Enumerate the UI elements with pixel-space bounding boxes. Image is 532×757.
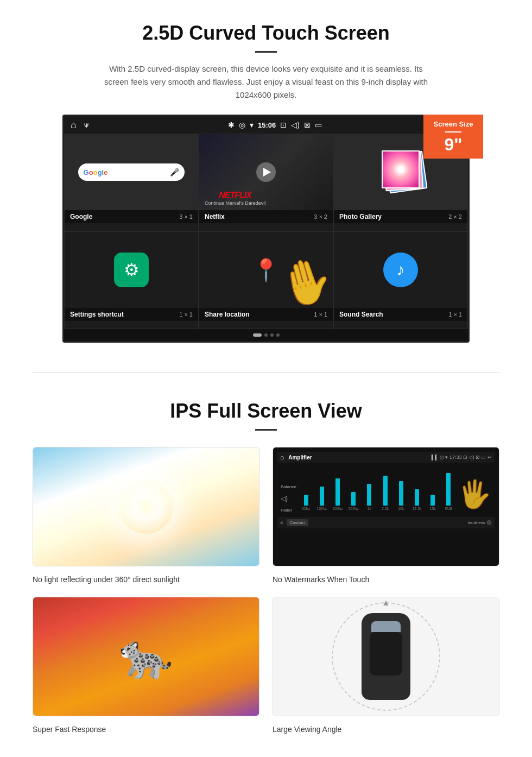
app-cell-settings[interactable]: ⚙ Settings shortcut 1 × 1 bbox=[64, 231, 199, 329]
amplifier-visual: ⌂ Amplifier ▌▌ ◎ ▾ 17:33 ⊡ ◁) ⊠ ▭ ↩ Bala… bbox=[273, 447, 499, 566]
sunlight-visual bbox=[33, 447, 259, 566]
music-note-icon: ♪ bbox=[397, 261, 405, 279]
feature-caption-sunlight: No light reflecting under 360° direct su… bbox=[33, 575, 259, 584]
feature-caption-car: Large Viewing Angle bbox=[273, 725, 499, 734]
car-view-container: ▲ bbox=[332, 602, 440, 711]
feature-image-sunlight bbox=[33, 447, 259, 566]
settings-app-name: Settings shortcut bbox=[70, 311, 124, 318]
photo-card-4 bbox=[382, 150, 420, 188]
android-screen: ⌂ ᴪ ✱ ◎ ▾ 15:06 ⊡ ◁) ⊠ ▭ bbox=[62, 115, 470, 343]
dot-3 bbox=[270, 333, 274, 337]
settings-icon-circle: ⚙ bbox=[114, 253, 149, 287]
share-app-size: 1 × 1 bbox=[314, 311, 327, 318]
eq-bar-500hz: 500hz bbox=[346, 492, 361, 510]
badge-divider bbox=[445, 131, 461, 133]
sound-icon-circle: ♪ bbox=[383, 253, 418, 287]
settings-app-size: 1 × 1 bbox=[179, 311, 193, 318]
photos-label-bar: Photo Gallery 2 × 2 bbox=[334, 210, 467, 223]
amp-header: ⌂ Amplifier ▌▌ ◎ ▾ 17:33 ⊡ ◁) ⊠ ▭ ↩ bbox=[277, 452, 495, 463]
app-cell-google[interactable]: Google 🎤 Google 3 × 1 bbox=[64, 134, 199, 231]
photos-app-size: 2 × 2 bbox=[448, 213, 462, 220]
eq-bar-sub: SUB bbox=[441, 473, 456, 510]
app-cell-sound-search[interactable]: ♪ Sound Search 1 × 1 bbox=[333, 231, 468, 329]
eq-volume-icon: ◁) bbox=[281, 495, 297, 502]
share-widget: 📍 🤚 bbox=[199, 232, 333, 308]
google-search-bar[interactable]: Google 🎤 bbox=[78, 163, 185, 181]
features-grid: No light reflecting under 360° direct su… bbox=[33, 447, 499, 734]
google-app-size: 3 × 1 bbox=[179, 213, 193, 220]
status-center: ✱ ◎ ▾ 15:06 ⊡ ◁) ⊠ ▭ bbox=[228, 121, 322, 129]
car-body bbox=[362, 613, 410, 700]
google-app-name: Google bbox=[70, 213, 92, 220]
title-divider bbox=[255, 51, 277, 53]
netflix-play-button[interactable] bbox=[256, 162, 276, 182]
eq-bar-15k: 15k bbox=[426, 495, 440, 510]
netflix-info: NETFLIX Continue Marvel's Daredevil bbox=[205, 191, 265, 206]
feature-image-amplifier: ⌂ Amplifier ▌▌ ◎ ▾ 17:33 ⊡ ◁) ⊠ ▭ ↩ Bala… bbox=[273, 447, 499, 566]
sound-app-size: 1 × 1 bbox=[448, 311, 462, 318]
status-time: 15:06 bbox=[258, 121, 276, 129]
sound-label-bar: Sound Search 1 × 1 bbox=[334, 308, 467, 321]
app-grid: Google 🎤 Google 3 × 1 bbox=[64, 134, 468, 329]
photo-stack bbox=[379, 150, 422, 194]
status-left: ⌂ ᴪ bbox=[71, 119, 88, 131]
amp-controls: « Custom loudness ⚫ bbox=[277, 517, 495, 528]
app-cell-netflix[interactable]: NETFLIX Continue Marvel's Daredevil Netf… bbox=[199, 134, 333, 231]
settings-label-bar: Settings shortcut 1 × 1 bbox=[65, 308, 198, 321]
hand-pointing-icon: 🤚 bbox=[273, 251, 333, 308]
location-icon: ◎ bbox=[239, 121, 245, 129]
usb-icon: ᴪ bbox=[84, 121, 88, 129]
feature-sunlight: No light reflecting under 360° direct su… bbox=[33, 447, 259, 584]
eq-bar-100hz: 100hz bbox=[314, 487, 329, 510]
pagination-dots bbox=[64, 329, 468, 341]
feature-cheetah: 🐆 Super Fast Response bbox=[33, 597, 259, 734]
settings-widget: ⚙ bbox=[65, 232, 198, 308]
app-cell-share-location[interactable]: 📍 🤚 Share location 1 × 1 bbox=[199, 231, 333, 329]
home-icon[interactable]: ⌂ bbox=[71, 119, 77, 131]
feature-caption-watermarks: No Watermarks When Touch bbox=[273, 575, 499, 584]
car-windshield bbox=[371, 621, 401, 632]
bluetooth-icon: ✱ bbox=[228, 121, 235, 129]
x-icon: ⊠ bbox=[304, 121, 311, 129]
ips-title-divider bbox=[255, 429, 277, 431]
sound-widget: ♪ bbox=[334, 232, 467, 308]
section-divider bbox=[33, 372, 499, 373]
eq-bar-200hz: 200hz bbox=[330, 478, 345, 510]
eq-label-fader: Fader bbox=[281, 508, 297, 513]
google-mic-icon[interactable]: 🎤 bbox=[170, 168, 179, 176]
badge-title: Screen Size bbox=[430, 120, 477, 128]
section-curved: 2.5D Curved Touch Screen With 2.5D curve… bbox=[0, 0, 532, 361]
google-logo: Google bbox=[84, 168, 108, 176]
eq-bar-10k: 10k bbox=[394, 481, 408, 510]
netflix-app-size: 3 × 2 bbox=[314, 213, 327, 220]
hand-touch-icon: 🖐 bbox=[458, 478, 491, 510]
netflix-subtitle: Continue Marvel's Daredevil bbox=[205, 200, 265, 206]
share-app-name: Share location bbox=[205, 311, 250, 318]
amp-custom-button[interactable]: Custom bbox=[287, 519, 308, 526]
netflix-widget: NETFLIX Continue Marvel's Daredevil bbox=[199, 134, 333, 210]
dot-4 bbox=[276, 333, 280, 337]
eq-bar-2-5k: 2.5k bbox=[378, 476, 392, 510]
section1-title: 2.5D Curved Touch Screen bbox=[33, 22, 499, 45]
eq-bar-12-5k: 12.5k bbox=[409, 489, 424, 510]
feature-image-car: ▲ bbox=[273, 597, 499, 716]
feature-watermarks: ⌂ Amplifier ▌▌ ◎ ▾ 17:33 ⊡ ◁) ⊠ ▭ ↩ Bala… bbox=[273, 447, 499, 584]
camera-icon: ⊡ bbox=[280, 121, 287, 129]
car-visual: ▲ bbox=[273, 597, 499, 716]
sun-flare bbox=[119, 480, 173, 534]
amp-status: ▌▌ ◎ ▾ 17:33 ⊡ ◁) ⊠ ▭ ↩ bbox=[432, 455, 492, 460]
amp-loudness-label: loudness ⚫ bbox=[468, 520, 492, 525]
google-widget: Google 🎤 bbox=[65, 134, 198, 210]
screen-size-badge: Screen Size 9" bbox=[423, 115, 483, 159]
section2-title: IPS Full Screen View bbox=[33, 400, 499, 422]
window-icon: ▭ bbox=[315, 121, 322, 129]
sound-app-name: Sound Search bbox=[339, 311, 383, 318]
gear-icon: ⚙ bbox=[124, 260, 140, 280]
feature-car: ▲ Large Viewing Angle bbox=[273, 597, 499, 734]
cheetah-visual: 🐆 bbox=[33, 597, 259, 716]
dot-1 bbox=[253, 333, 262, 337]
wifi-icon: ▾ bbox=[250, 121, 254, 129]
feature-image-cheetah: 🐆 bbox=[33, 597, 259, 716]
feature-caption-cheetah: Super Fast Response bbox=[33, 725, 259, 734]
section1-desc: With 2.5D curved-display screen, this de… bbox=[98, 62, 434, 102]
